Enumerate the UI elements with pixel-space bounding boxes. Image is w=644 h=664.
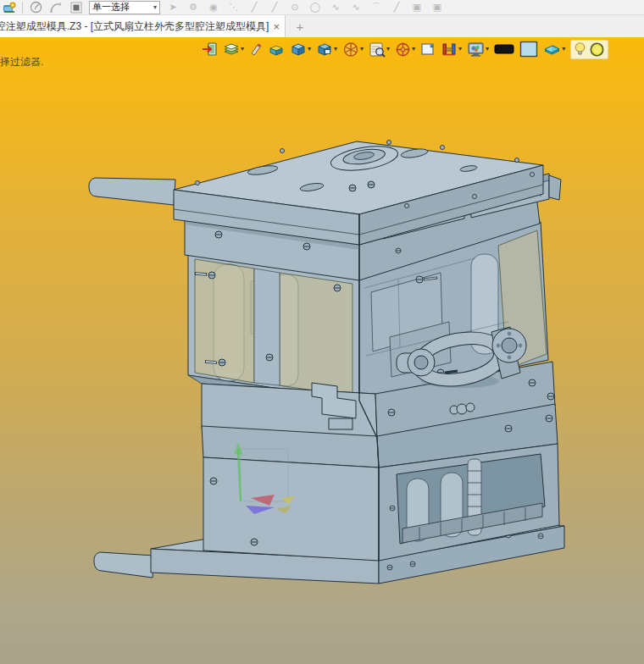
replay-icon: ◉ xyxy=(206,1,221,14)
circle-center-icon: ⊙ xyxy=(287,1,303,14)
point-cloud-icon: ⋱ xyxy=(226,1,242,14)
app-logo-icon[interactable] xyxy=(2,1,17,14)
spin-view-icon[interactable] xyxy=(28,1,43,14)
close-tab-icon[interactable]: × xyxy=(273,20,280,33)
side-bar xyxy=(94,552,154,578)
selection-mode-select[interactable]: 单一选择 ▾ xyxy=(89,1,160,14)
face-region-icon[interactable] xyxy=(69,1,84,14)
quick-toolbar: 单一选择 ▾ ➤ ⚙ ◉ ⋱ ╱ ╱ ⊙ ◯ ∿ ∿ ⌒ ╱ ▣ ▣ xyxy=(0,0,644,15)
arc-icon: ⌒ xyxy=(369,1,384,14)
wave-curve-icon: ∿ xyxy=(348,1,364,14)
spline-icon: ∿ xyxy=(328,1,343,14)
tab-bar: 腔注塑成型模具.Z3 - [立式风扇立柱外壳多型腔注塑成型模具] × + xyxy=(0,15,644,37)
document-tab-title: 腔注塑成型模具.Z3 - [立式风扇立柱外壳多型腔注塑成型模具] xyxy=(0,19,269,34)
pick-settings-icon: ⚙ xyxy=(186,1,201,14)
toolbar-separator xyxy=(22,2,23,14)
line-icon: ╱ xyxy=(247,1,262,14)
solid-box-icon: ▣ xyxy=(409,1,425,14)
app-window: 单一选择 ▾ ➤ ⚙ ◉ ⋱ ╱ ╱ ⊙ ◯ ∿ ∿ ⌒ ╱ ▣ ▣ 腔注塑成型… xyxy=(0,0,644,664)
polyline-icon: ╱ xyxy=(267,1,282,14)
selection-mode-value: 单一选择 xyxy=(92,1,130,14)
circle-icon: ◯ xyxy=(308,1,323,14)
tangent-line-icon: ╱ xyxy=(389,1,404,14)
chevron-down-icon: ▾ xyxy=(153,3,157,11)
pick-cursor-icon: ➤ xyxy=(165,1,180,14)
document-tab[interactable]: 腔注塑成型模具.Z3 - [立式风扇立柱外壳多型腔注塑成型模具] × xyxy=(0,15,286,37)
solid-box2-icon: ▣ xyxy=(430,1,445,14)
graphics-viewport[interactable]: ▾ ▾ ▾ ▾ ▾ xyxy=(0,37,644,664)
new-tab-button[interactable]: + xyxy=(286,15,314,37)
side-bar xyxy=(89,178,175,205)
curve-icon[interactable] xyxy=(48,1,64,14)
mold-model xyxy=(0,37,644,664)
